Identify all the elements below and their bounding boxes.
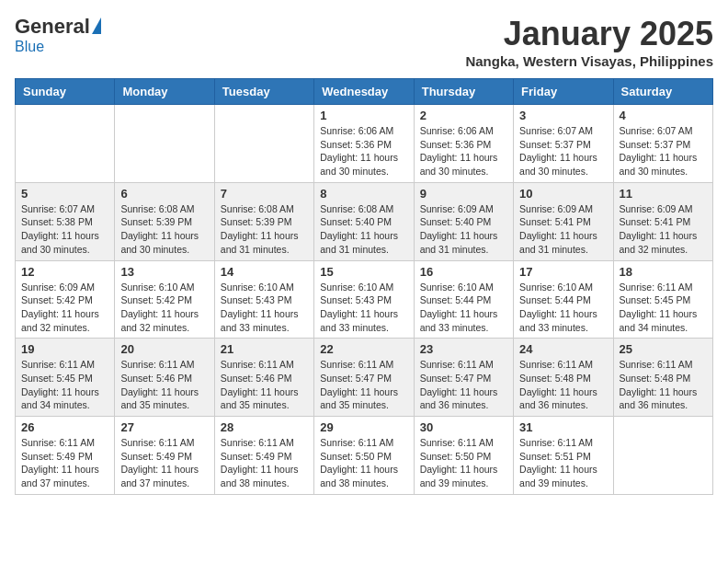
calendar-cell: 7Sunrise: 6:08 AM Sunset: 5:39 PM Daylig… — [214, 182, 313, 260]
location-subtitle: Nangka, Western Visayas, Philippines — [465, 53, 713, 69]
calendar-cell: 9Sunrise: 6:09 AM Sunset: 5:40 PM Daylig… — [414, 182, 513, 260]
day-info: Sunrise: 6:07 AM Sunset: 5:37 PM Dayligh… — [519, 124, 607, 178]
calendar-cell — [613, 417, 712, 495]
day-info: Sunrise: 6:11 AM Sunset: 5:47 PM Dayligh… — [320, 358, 407, 412]
weekday-header-tuesday: Tuesday — [214, 79, 313, 105]
calendar-cell: 29Sunrise: 6:11 AM Sunset: 5:50 PM Dayli… — [314, 417, 414, 495]
day-info: Sunrise: 6:08 AM Sunset: 5:39 PM Dayligh… — [120, 202, 208, 257]
day-number: 16 — [420, 265, 507, 279]
day-info: Sunrise: 6:07 AM Sunset: 5:37 PM Dayligh… — [620, 124, 707, 178]
day-number: 15 — [320, 265, 407, 279]
day-number: 8 — [320, 187, 407, 201]
day-number: 17 — [519, 265, 607, 279]
day-info: Sunrise: 6:10 AM Sunset: 5:44 PM Dayligh… — [420, 281, 507, 335]
day-number: 24 — [519, 342, 607, 356]
day-info: Sunrise: 6:08 AM Sunset: 5:40 PM Dayligh… — [320, 202, 407, 257]
calendar-cell: 24Sunrise: 6:11 AM Sunset: 5:48 PM Dayli… — [514, 339, 613, 417]
calendar-cell: 2Sunrise: 6:06 AM Sunset: 5:36 PM Daylig… — [414, 105, 513, 183]
weekday-header-sunday: Sunday — [16, 79, 115, 105]
weekday-header-row: SundayMondayTuesdayWednesdayThursdayFrid… — [16, 79, 713, 105]
day-info: Sunrise: 6:10 AM Sunset: 5:43 PM Dayligh… — [221, 281, 308, 335]
weekday-header-saturday: Saturday — [613, 79, 712, 105]
calendar-cell — [16, 105, 115, 183]
day-number: 27 — [120, 420, 208, 434]
title-section: January 2025 Nangka, Western Visayas, Ph… — [465, 15, 713, 69]
weekday-header-thursday: Thursday — [414, 79, 513, 105]
day-info: Sunrise: 6:09 AM Sunset: 5:42 PM Dayligh… — [21, 281, 108, 335]
calendar-cell: 11Sunrise: 6:09 AM Sunset: 5:41 PM Dayli… — [613, 182, 712, 260]
calendar-week-3: 12Sunrise: 6:09 AM Sunset: 5:42 PM Dayli… — [16, 260, 713, 339]
day-info: Sunrise: 6:11 AM Sunset: 5:49 PM Dayligh… — [21, 436, 108, 490]
calendar-cell: 10Sunrise: 6:09 AM Sunset: 5:41 PM Dayli… — [514, 182, 613, 260]
calendar-table: SundayMondayTuesdayWednesdayThursdayFrid… — [15, 78, 713, 495]
calendar-cell: 4Sunrise: 6:07 AM Sunset: 5:37 PM Daylig… — [613, 105, 712, 183]
calendar-cell: 16Sunrise: 6:10 AM Sunset: 5:44 PM Dayli… — [414, 260, 513, 339]
calendar-week-2: 5Sunrise: 6:07 AM Sunset: 5:38 PM Daylig… — [16, 182, 713, 260]
logo-triangle-icon — [92, 17, 101, 34]
day-info: Sunrise: 6:10 AM Sunset: 5:42 PM Dayligh… — [120, 281, 208, 335]
day-number: 25 — [620, 342, 707, 356]
calendar-cell: 3Sunrise: 6:07 AM Sunset: 5:37 PM Daylig… — [514, 105, 613, 183]
day-number: 6 — [120, 187, 208, 201]
day-info: Sunrise: 6:11 AM Sunset: 5:49 PM Dayligh… — [120, 436, 208, 490]
day-info: Sunrise: 6:11 AM Sunset: 5:45 PM Dayligh… — [620, 281, 707, 335]
day-info: Sunrise: 6:11 AM Sunset: 5:46 PM Dayligh… — [120, 358, 208, 412]
logo-general-text: General — [15, 15, 90, 39]
day-number: 12 — [21, 265, 108, 279]
calendar-cell: 1Sunrise: 6:06 AM Sunset: 5:36 PM Daylig… — [314, 105, 414, 183]
day-info: Sunrise: 6:10 AM Sunset: 5:44 PM Dayligh… — [519, 281, 607, 335]
calendar-cell: 17Sunrise: 6:10 AM Sunset: 5:44 PM Dayli… — [514, 260, 613, 339]
day-number: 10 — [519, 187, 607, 201]
calendar-week-4: 19Sunrise: 6:11 AM Sunset: 5:45 PM Dayli… — [16, 339, 713, 417]
logo-blue-text: Blue — [15, 39, 44, 55]
calendar-cell: 12Sunrise: 6:09 AM Sunset: 5:42 PM Dayli… — [16, 260, 115, 339]
weekday-header-monday: Monday — [115, 79, 214, 105]
logo: General Blue — [15, 15, 101, 55]
calendar-week-5: 26Sunrise: 6:11 AM Sunset: 5:49 PM Dayli… — [16, 417, 713, 495]
day-number: 11 — [620, 187, 707, 201]
calendar-cell: 14Sunrise: 6:10 AM Sunset: 5:43 PM Dayli… — [214, 260, 313, 339]
day-number: 14 — [221, 265, 308, 279]
calendar-cell: 23Sunrise: 6:11 AM Sunset: 5:47 PM Dayli… — [414, 339, 513, 417]
calendar-week-1: 1Sunrise: 6:06 AM Sunset: 5:36 PM Daylig… — [16, 105, 713, 183]
calendar-cell: 5Sunrise: 6:07 AM Sunset: 5:38 PM Daylig… — [16, 182, 115, 260]
day-info: Sunrise: 6:06 AM Sunset: 5:36 PM Dayligh… — [420, 124, 507, 178]
calendar-cell: 8Sunrise: 6:08 AM Sunset: 5:40 PM Daylig… — [314, 182, 414, 260]
day-number: 4 — [620, 109, 707, 122]
calendar-cell: 27Sunrise: 6:11 AM Sunset: 5:49 PM Dayli… — [115, 417, 214, 495]
day-number: 30 — [420, 420, 507, 434]
calendar-cell: 28Sunrise: 6:11 AM Sunset: 5:49 PM Dayli… — [214, 417, 313, 495]
month-title: January 2025 — [465, 15, 713, 53]
calendar-cell — [214, 105, 313, 183]
day-info: Sunrise: 6:08 AM Sunset: 5:39 PM Dayligh… — [221, 202, 308, 257]
calendar-cell: 15Sunrise: 6:10 AM Sunset: 5:43 PM Dayli… — [314, 260, 414, 339]
calendar-cell: 22Sunrise: 6:11 AM Sunset: 5:47 PM Dayli… — [314, 339, 414, 417]
day-info: Sunrise: 6:09 AM Sunset: 5:41 PM Dayligh… — [519, 202, 607, 257]
day-info: Sunrise: 6:11 AM Sunset: 5:50 PM Dayligh… — [320, 436, 407, 490]
weekday-header-wednesday: Wednesday — [314, 79, 414, 105]
day-info: Sunrise: 6:11 AM Sunset: 5:47 PM Dayligh… — [420, 358, 507, 412]
calendar-cell: 21Sunrise: 6:11 AM Sunset: 5:46 PM Dayli… — [214, 339, 313, 417]
calendar-cell: 18Sunrise: 6:11 AM Sunset: 5:45 PM Dayli… — [613, 260, 712, 339]
calendar-cell: 13Sunrise: 6:10 AM Sunset: 5:42 PM Dayli… — [115, 260, 214, 339]
day-number: 20 — [120, 342, 208, 356]
day-number: 31 — [519, 420, 607, 434]
day-number: 21 — [221, 342, 308, 356]
calendar-cell — [115, 105, 214, 183]
page-header: General Blue January 2025 Nangka, Wester… — [15, 15, 713, 69]
day-number: 1 — [320, 109, 407, 122]
day-number: 26 — [21, 420, 108, 434]
day-info: Sunrise: 6:11 AM Sunset: 5:49 PM Dayligh… — [221, 436, 308, 490]
day-info: Sunrise: 6:09 AM Sunset: 5:40 PM Dayligh… — [420, 202, 507, 257]
day-info: Sunrise: 6:11 AM Sunset: 5:51 PM Dayligh… — [519, 436, 607, 490]
day-number: 22 — [320, 342, 407, 356]
day-number: 19 — [21, 342, 108, 356]
day-number: 29 — [320, 420, 407, 434]
calendar-cell: 6Sunrise: 6:08 AM Sunset: 5:39 PM Daylig… — [115, 182, 214, 260]
day-number: 3 — [519, 109, 607, 122]
calendar-cell: 25Sunrise: 6:11 AM Sunset: 5:48 PM Dayli… — [613, 339, 712, 417]
day-info: Sunrise: 6:06 AM Sunset: 5:36 PM Dayligh… — [320, 124, 407, 178]
calendar-cell: 19Sunrise: 6:11 AM Sunset: 5:45 PM Dayli… — [16, 339, 115, 417]
calendar-cell: 31Sunrise: 6:11 AM Sunset: 5:51 PM Dayli… — [514, 417, 613, 495]
day-number: 28 — [221, 420, 308, 434]
